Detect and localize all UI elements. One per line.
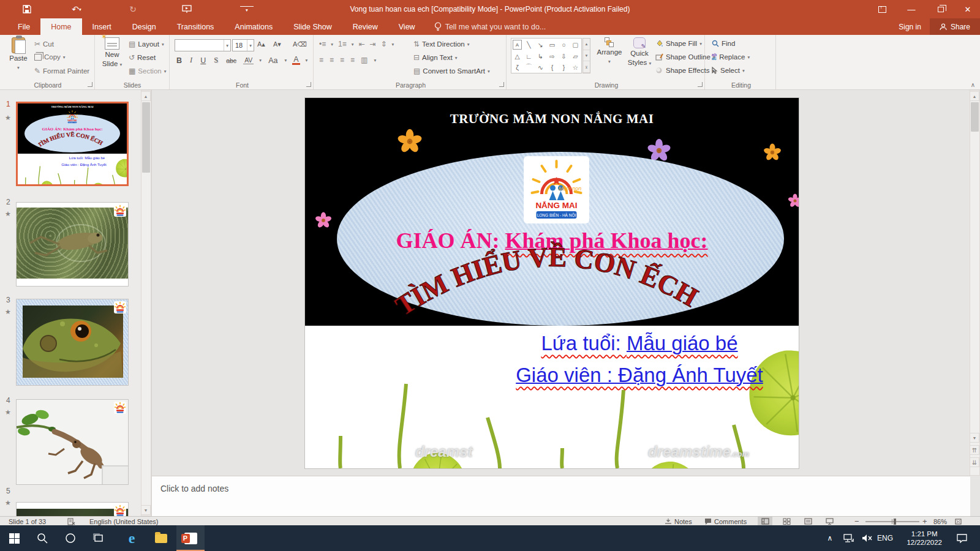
shrink-font-button[interactable]: A▾ [273, 40, 281, 48]
cut-button[interactable]: ✂Cut [34, 40, 54, 48]
collapse-ribbon-icon[interactable]: ∧ [971, 81, 975, 88]
shape-down-arrow-icon[interactable]: ⇩ [558, 51, 570, 61]
shapes-gallery-scrollbar[interactable]: ▲ ▼ ⊻ [582, 38, 590, 73]
arrange-button[interactable]: Arrange ▾ [594, 37, 625, 66]
share-button[interactable]: Share [930, 18, 980, 35]
sign-in-button[interactable]: Sign in [890, 18, 930, 35]
close-button[interactable]: ✕ [956, 0, 980, 18]
layout-button[interactable]: ▤Layout▾ [129, 40, 164, 48]
thumbnail-slide-1[interactable]: TRƯỜNG MẦM NON NẮNG MAI GIÁO ÁN: Khám ph… [16, 102, 129, 186]
normal-view-button[interactable] [758, 517, 772, 526]
align-right-icon[interactable]: ≡ [340, 56, 344, 64]
change-case-button[interactable]: Aa [267, 56, 279, 65]
network-icon[interactable] [839, 525, 858, 551]
action-center-icon[interactable] [951, 525, 973, 551]
shape-elbow-arrow-icon[interactable]: ↳ [535, 51, 546, 61]
replace-button[interactable]: abac Replace▾ [712, 53, 750, 61]
font-dialog-launcher[interactable] [306, 82, 311, 87]
comments-toggle[interactable]: Comments [704, 517, 747, 526]
fit-to-window-button[interactable] [954, 517, 962, 526]
slide-show-button[interactable] [822, 517, 837, 526]
shape-oval-icon[interactable]: ○ [558, 39, 570, 51]
justify-icon[interactable]: ≡ [350, 56, 355, 64]
shape-elbow-icon[interactable]: ∟ [523, 51, 535, 61]
clock[interactable]: 1:21 PM 12/22/2022 [907, 525, 942, 551]
edge-icon[interactable]: e [118, 525, 146, 551]
numbering-icon[interactable]: 1≡ [338, 40, 347, 48]
spellcheck-icon[interactable] [67, 517, 75, 526]
font-color-button[interactable]: A [292, 56, 300, 65]
slide-canvas[interactable]: TRƯỜNG MẦM NON NẮNG MAI GIÁO ÁN: Khám ph… [305, 98, 799, 468]
clipboard-dialog-launcher[interactable] [88, 82, 92, 87]
previous-slide-icon[interactable]: ⇈ [970, 445, 979, 455]
columns-icon[interactable]: ▥ [361, 56, 368, 64]
paragraph-dialog-launcher[interactable] [499, 82, 504, 87]
shape-outline-button[interactable]: Shape Outline▾ [655, 53, 715, 61]
bold-button[interactable]: B [175, 56, 183, 65]
reading-view-button[interactable] [801, 517, 815, 526]
align-left-icon[interactable]: ≡ [319, 56, 323, 64]
shape-arrow-icon[interactable]: ↘ [535, 39, 546, 51]
tab-home[interactable]: Home [40, 18, 81, 35]
notes-toggle[interactable]: Notes [665, 517, 692, 526]
find-button[interactable]: Find [712, 40, 735, 47]
main-scrollbar[interactable] [970, 90, 980, 476]
shape-textbox-icon[interactable]: A [513, 40, 522, 50]
underline-button[interactable]: U [199, 56, 207, 65]
tray-expand-icon[interactable]: ∧ [821, 525, 839, 551]
bullets-icon[interactable]: •≡ [319, 40, 326, 48]
shape-left-brace-icon[interactable]: { [546, 61, 558, 73]
task-view-icon[interactable] [85, 525, 113, 551]
age-group-text[interactable]: Lứa tuổi: Mẫu giáo bé [468, 332, 799, 355]
file-explorer-icon[interactable] [147, 525, 175, 551]
tab-design[interactable]: Design [122, 18, 167, 35]
font-size-combo[interactable]: 18▾ [232, 39, 254, 51]
shape-fill-button[interactable]: Shape Fill▾ [655, 40, 702, 47]
cortana-icon[interactable] [56, 525, 85, 551]
shape-line-icon[interactable]: ╲ [523, 39, 535, 51]
tell-me-box[interactable]: Tell me what you want to do... [426, 18, 555, 35]
minimize-button[interactable]: — [899, 0, 924, 18]
zoom-out-button[interactable]: − [854, 517, 859, 526]
shape-triangle-icon[interactable]: △ [511, 51, 523, 61]
shape-rectangle-icon[interactable]: ▭ [546, 39, 558, 51]
shapes-gallery[interactable]: A ╲ ↘ ▭ ○ ▢ △ ∟ ↳ ⇨ ⇩ ▱ ζ ⌒ ∿ { } ☆ [511, 38, 582, 73]
start-button[interactable] [0, 525, 28, 551]
zoom-slider-thumb[interactable] [894, 519, 896, 525]
tab-transitions[interactable]: Transitions [167, 18, 225, 35]
next-slide-icon[interactable]: ⇊ [970, 457, 979, 467]
powerpoint-taskbar-icon[interactable] [176, 525, 205, 551]
restore-button[interactable] [929, 0, 953, 18]
language-indicator[interactable]: English (United States) [89, 517, 159, 526]
slide-sorter-view-button[interactable] [779, 517, 794, 526]
paste-button[interactable]: Paste ▾ [5, 37, 32, 72]
arc-title-wordart[interactable]: TÌM HIỂU VỀ CON ẾCH [397, 243, 715, 329]
search-icon[interactable] [28, 525, 56, 551]
zoom-slider-track[interactable] [865, 521, 919, 522]
align-text-button[interactable]: ⊟Align Text▾ [413, 53, 457, 62]
customize-qat-icon[interactable]: ▾ [240, 6, 254, 13]
text-shadow-button[interactable]: S [213, 56, 219, 65]
format-painter-button[interactable]: ✎Format Painter [34, 67, 89, 75]
tab-animations[interactable]: Animations [224, 18, 283, 35]
thumbnail-scrollbar-thumb[interactable] [142, 102, 150, 173]
increase-indent-icon[interactable]: ⇥ [369, 40, 375, 48]
zoom-in-button[interactable]: + [922, 517, 927, 526]
shape-right-arrow-icon[interactable]: ⇨ [546, 51, 558, 61]
save-icon[interactable] [20, 0, 34, 18]
shape-right-brace-icon[interactable]: } [558, 61, 570, 73]
new-slide-button[interactable]: New Slide ▾ [98, 37, 126, 69]
tab-review[interactable]: Review [342, 18, 388, 35]
shape-arc-icon[interactable]: ⌒ [523, 61, 535, 73]
thumbnail-slide-4[interactable] [16, 399, 129, 485]
shape-star-icon[interactable]: ☆ [570, 61, 581, 73]
font-name-combo[interactable]: ▾ [175, 39, 231, 51]
thumb-scroll-down-icon[interactable]: ▼ [141, 505, 151, 515]
redo-icon[interactable]: ↻ [126, 0, 140, 18]
clear-formatting-button[interactable]: A⌫ [293, 40, 307, 48]
scroll-up-icon[interactable]: ▲ [970, 91, 979, 101]
text-direction-button[interactable]: ⇅Text Direction▾ [413, 40, 470, 48]
decrease-indent-icon[interactable]: ⇤ [358, 40, 364, 48]
tab-view[interactable]: View [388, 18, 426, 35]
select-button[interactable]: Select▾ [712, 67, 745, 74]
